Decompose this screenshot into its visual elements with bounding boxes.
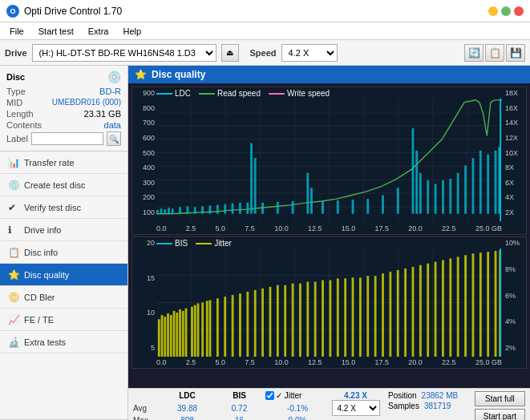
title-bar: O Opti Drive Control 1.70 [0, 0, 530, 22]
x-225: 22.5 [442, 224, 456, 232]
svg-rect-78 [176, 313, 178, 357]
svg-rect-41 [352, 200, 354, 214]
disc-panel-title: Disc [6, 72, 25, 82]
disc-contents-value: data [104, 120, 121, 130]
disc-quality-icon: ⭐ [8, 269, 19, 281]
eject-button[interactable]: ⏏ [221, 44, 239, 62]
nav-transfer-rate[interactable]: 📊 Transfer rate [0, 151, 127, 174]
svg-rect-110 [382, 273, 384, 357]
y-label-700: 700 [134, 119, 155, 127]
disc-header: Disc 💿 [6, 71, 121, 83]
by-20: 20 [134, 239, 155, 247]
svg-rect-33 [246, 203, 249, 214]
nav-items: 📊 Transfer rate 💿 Create test disc ✔ Ver… [0, 151, 127, 353]
disc-mid-row: MID UMEBDR016 (000) [6, 98, 121, 107]
nav-disc-quality-label: Disc quality [24, 270, 69, 280]
copy-icon[interactable]: 📋 [485, 44, 504, 62]
nav-fe-te[interactable]: 📈 FE / TE [0, 309, 127, 331]
maximize-button[interactable] [501, 6, 511, 16]
y-label-400: 400 [134, 164, 155, 172]
yr-16x: 16X [505, 104, 524, 112]
svg-rect-102 [322, 280, 324, 357]
avg-ldc: 39.88 [161, 400, 213, 416]
svg-rect-45 [412, 128, 415, 214]
svg-rect-90 [232, 295, 234, 357]
jitter-checkbox-label[interactable]: ✓ Jitter [265, 391, 330, 400]
bottom-chart: BIS Jitter 20 15 10 5 10% [131, 236, 527, 369]
top-chart-svg [156, 99, 502, 221]
th-speed-val: 4.23 X [330, 391, 382, 400]
x-100: 10.0 [274, 224, 289, 232]
svg-rect-47 [419, 173, 422, 214]
svg-rect-118 [442, 260, 444, 357]
refresh-icon[interactable]: 🔄 [464, 44, 483, 62]
nav-cd-bier[interactable]: 📀 CD Bler [0, 286, 127, 309]
jitter-checkbox[interactable] [265, 391, 274, 400]
disc-label-input[interactable] [31, 132, 103, 145]
start-part-button[interactable]: Start part [475, 409, 525, 420]
save-icon[interactable]: 💾 [506, 44, 525, 62]
menu-extra[interactable]: Extra [82, 25, 115, 38]
disc-panel-icon: 💿 [107, 71, 121, 83]
bottom-x-axis: 0.0 2.5 5.0 7.5 10.0 12.5 15.0 17.5 20.0… [156, 358, 502, 366]
start-full-button[interactable]: Start full [475, 391, 525, 406]
disc-label-button[interactable]: 🔍 [107, 131, 121, 146]
minimize-button[interactable] [488, 6, 498, 16]
y-label-200: 200 [134, 193, 155, 201]
svg-rect-96 [277, 285, 279, 357]
th-empty [133, 391, 161, 400]
x-50: 5.0 [216, 224, 226, 232]
samples-row: Samples 381719 [388, 402, 458, 410]
svg-rect-105 [344, 278, 346, 357]
nav-disc-info[interactable]: 📋 Disc info [0, 241, 127, 264]
svg-rect-82 [191, 307, 193, 357]
menu-bar: File Start test Extra Help [0, 22, 530, 40]
nav-drive-info[interactable]: ℹ Drive info [0, 219, 127, 241]
yr-8x: 8X [505, 164, 524, 172]
nav-verify-test-disc[interactable]: ✔ Verify test disc [0, 196, 127, 219]
svg-rect-87 [209, 300, 212, 357]
svg-rect-95 [269, 287, 272, 357]
x-175: 17.5 [375, 224, 390, 232]
avg-bis: 0.72 [213, 400, 265, 416]
max-bis: 16 [213, 416, 265, 420]
x-0: 0.0 [156, 224, 167, 232]
th-ldc: LDC [161, 391, 213, 400]
yr-6x: 6X [505, 179, 524, 187]
svg-rect-73 [161, 315, 164, 357]
write-label: Write speed [287, 89, 330, 98]
ldc-dot [156, 93, 172, 95]
byr-6: 6% [505, 292, 524, 300]
svg-rect-29 [232, 204, 234, 214]
disc-type-row: Type BD-R [6, 87, 121, 96]
svg-rect-85 [201, 303, 204, 357]
svg-rect-108 [366, 276, 369, 357]
top-y-right-axis: 18X 16X 14X 12X 10X 8X 6X 4X 2X [504, 87, 526, 218]
svg-rect-83 [194, 305, 196, 357]
speed-select[interactable]: 4.2 X [281, 44, 338, 62]
nav-create-test-disc[interactable]: 💿 Create test disc [0, 174, 127, 196]
yr-4x: 4X [505, 193, 524, 201]
title-bar-left: O Opti Drive Control 1.70 [6, 5, 122, 18]
svg-rect-38 [310, 188, 313, 213]
stats-speed-select[interactable]: 4.2 X [332, 400, 380, 416]
drive-select[interactable]: (H:) HL-DT-ST BD-RE WH16NS48 1.D3 [32, 44, 216, 62]
svg-rect-113 [404, 269, 407, 357]
svg-rect-48 [427, 180, 429, 214]
svg-rect-43 [382, 196, 384, 214]
nav-transfer-rate-label: Transfer rate [24, 158, 75, 168]
menu-help[interactable]: Help [116, 25, 148, 38]
nav-extra-tests[interactable]: 🔬 Extra tests [0, 331, 127, 353]
svg-rect-54 [472, 158, 475, 214]
disc-mid-label: MID [6, 98, 22, 107]
svg-rect-51 [449, 179, 451, 214]
read-dot [199, 93, 215, 95]
menu-start-test[interactable]: Start test [32, 25, 80, 38]
svg-rect-24 [194, 207, 196, 213]
stats-table: LDC BIS ✓ Jitter 4.23 X Avg 39.88 0.72 -… [133, 391, 382, 420]
nav-disc-quality[interactable]: ⭐ Disc quality [0, 264, 127, 286]
position-label: Position [388, 391, 417, 400]
x-150: 15.0 [342, 224, 356, 232]
menu-file[interactable]: File [3, 25, 30, 38]
close-button[interactable] [514, 6, 524, 16]
